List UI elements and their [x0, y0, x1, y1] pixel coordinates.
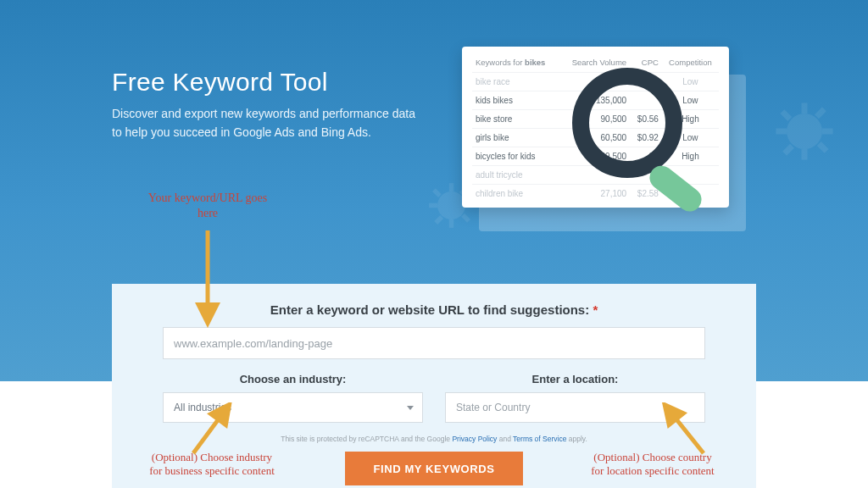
page-title: Free Keyword Tool [112, 68, 417, 97]
table-row: girls bike60,500$0.92Low [472, 129, 719, 147]
col-competition: Competition [662, 55, 719, 73]
search-form: Enter a keyword or website URL to find s… [112, 284, 756, 488]
terms-of-service-link[interactable]: Terms of Service [513, 435, 566, 443]
industry-label: Choose an industry: [163, 373, 423, 385]
table-row: bicycles for kids49,500$1High [472, 147, 719, 166]
svg-rect-13 [822, 129, 833, 135]
svg-rect-15 [817, 141, 829, 153]
table-row: bike store90,500$0.56High [472, 110, 719, 129]
legal-text: This site is protected by reCAPTCHA and … [163, 435, 705, 443]
location-label: Enter a location: [445, 373, 705, 385]
keyword-preview-card: Keywords for bikes Search Volume CPC Com… [462, 47, 729, 208]
industry-select[interactable]: All industries [163, 392, 423, 423]
table-row: adult tricycle [472, 166, 719, 185]
col-volume: Search Volume [559, 55, 630, 73]
industry-selected-value: All industries [174, 402, 231, 413]
chevron-down-icon [407, 406, 414, 410]
svg-rect-16 [815, 107, 826, 119]
svg-rect-8 [434, 215, 443, 225]
svg-rect-11 [802, 149, 808, 160]
gear-icon [775, 102, 834, 161]
privacy-policy-link[interactable]: Privacy Policy [452, 435, 497, 443]
keyword-url-input[interactable] [163, 327, 705, 359]
table-row: bike raceLow [472, 73, 719, 92]
svg-rect-1 [449, 183, 454, 191]
table-row: children bike27,100$2.58 [472, 185, 719, 203]
col-keywords: Keywords for bikes [472, 55, 559, 73]
svg-rect-6 [461, 214, 470, 223]
find-keywords-button[interactable]: FIND MY KEYWORDS [345, 452, 523, 485]
location-input[interactable] [445, 392, 705, 423]
svg-rect-3 [429, 203, 437, 208]
form-title: Enter a keyword or website URL to find s… [163, 302, 705, 317]
svg-point-9 [787, 114, 822, 149]
col-cpc: CPC [630, 55, 662, 73]
svg-rect-10 [802, 103, 808, 114]
svg-rect-12 [776, 129, 787, 135]
preview-table: Keywords for bikes Search Volume CPC Com… [472, 55, 719, 202]
svg-rect-14 [780, 109, 792, 121]
page-subtitle: Discover and export new keywords and per… [112, 105, 417, 141]
table-row: kids bikes135,000Low [472, 92, 719, 110]
svg-rect-17 [782, 144, 794, 156]
svg-rect-5 [432, 188, 442, 197]
svg-rect-2 [449, 219, 454, 228]
